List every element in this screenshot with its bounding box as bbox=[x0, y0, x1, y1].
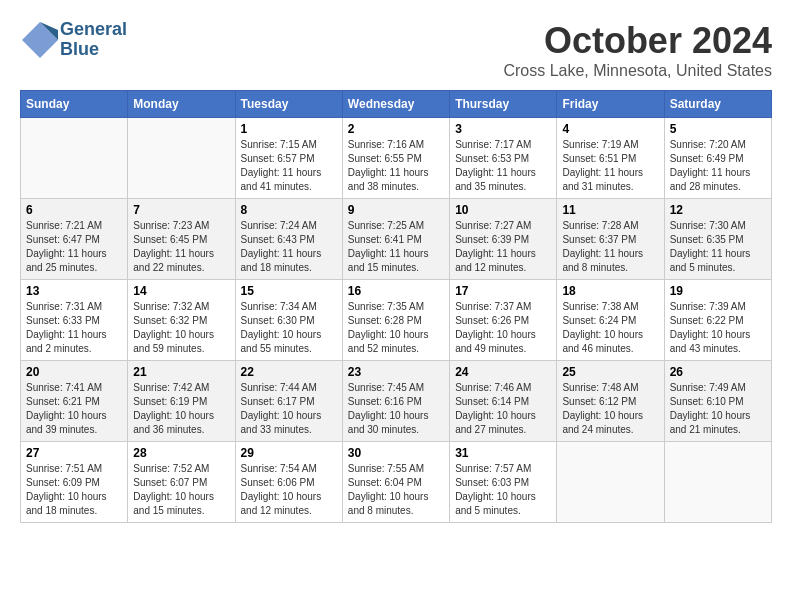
day-number: 10 bbox=[455, 203, 551, 217]
calendar-cell: 29Sunrise: 7:54 AMSunset: 6:06 PMDayligh… bbox=[235, 442, 342, 523]
day-detail: Sunrise: 7:16 AMSunset: 6:55 PMDaylight:… bbox=[348, 138, 444, 194]
calendar-cell bbox=[557, 442, 664, 523]
day-detail: Sunrise: 7:23 AMSunset: 6:45 PMDaylight:… bbox=[133, 219, 229, 275]
weekday-header-friday: Friday bbox=[557, 91, 664, 118]
calendar-table: SundayMondayTuesdayWednesdayThursdayFrid… bbox=[20, 90, 772, 523]
weekday-header-sunday: Sunday bbox=[21, 91, 128, 118]
calendar-cell: 1Sunrise: 7:15 AMSunset: 6:57 PMDaylight… bbox=[235, 118, 342, 199]
day-detail: Sunrise: 7:57 AMSunset: 6:03 PMDaylight:… bbox=[455, 462, 551, 518]
calendar-cell: 26Sunrise: 7:49 AMSunset: 6:10 PMDayligh… bbox=[664, 361, 771, 442]
day-detail: Sunrise: 7:41 AMSunset: 6:21 PMDaylight:… bbox=[26, 381, 122, 437]
calendar-cell: 24Sunrise: 7:46 AMSunset: 6:14 PMDayligh… bbox=[450, 361, 557, 442]
logo-icon bbox=[20, 20, 60, 60]
calendar-cell: 4Sunrise: 7:19 AMSunset: 6:51 PMDaylight… bbox=[557, 118, 664, 199]
logo-text: General Blue bbox=[60, 20, 127, 60]
day-number: 15 bbox=[241, 284, 337, 298]
calendar-cell: 9Sunrise: 7:25 AMSunset: 6:41 PMDaylight… bbox=[342, 199, 449, 280]
day-detail: Sunrise: 7:15 AMSunset: 6:57 PMDaylight:… bbox=[241, 138, 337, 194]
logo-area: General Blue bbox=[20, 20, 127, 60]
day-detail: Sunrise: 7:54 AMSunset: 6:06 PMDaylight:… bbox=[241, 462, 337, 518]
day-number: 13 bbox=[26, 284, 122, 298]
calendar-cell: 22Sunrise: 7:44 AMSunset: 6:17 PMDayligh… bbox=[235, 361, 342, 442]
day-number: 6 bbox=[26, 203, 122, 217]
day-number: 20 bbox=[26, 365, 122, 379]
day-detail: Sunrise: 7:45 AMSunset: 6:16 PMDaylight:… bbox=[348, 381, 444, 437]
calendar-cell: 15Sunrise: 7:34 AMSunset: 6:30 PMDayligh… bbox=[235, 280, 342, 361]
day-detail: Sunrise: 7:51 AMSunset: 6:09 PMDaylight:… bbox=[26, 462, 122, 518]
day-number: 25 bbox=[562, 365, 658, 379]
calendar-cell: 17Sunrise: 7:37 AMSunset: 6:26 PMDayligh… bbox=[450, 280, 557, 361]
day-detail: Sunrise: 7:20 AMSunset: 6:49 PMDaylight:… bbox=[670, 138, 766, 194]
day-number: 31 bbox=[455, 446, 551, 460]
calendar-cell bbox=[664, 442, 771, 523]
week-row-4: 20Sunrise: 7:41 AMSunset: 6:21 PMDayligh… bbox=[21, 361, 772, 442]
calendar-cell bbox=[21, 118, 128, 199]
day-detail: Sunrise: 7:44 AMSunset: 6:17 PMDaylight:… bbox=[241, 381, 337, 437]
day-number: 5 bbox=[670, 122, 766, 136]
day-number: 3 bbox=[455, 122, 551, 136]
day-detail: Sunrise: 7:21 AMSunset: 6:47 PMDaylight:… bbox=[26, 219, 122, 275]
day-detail: Sunrise: 7:42 AMSunset: 6:19 PMDaylight:… bbox=[133, 381, 229, 437]
svg-marker-0 bbox=[22, 22, 58, 58]
day-detail: Sunrise: 7:35 AMSunset: 6:28 PMDaylight:… bbox=[348, 300, 444, 356]
calendar-cell: 25Sunrise: 7:48 AMSunset: 6:12 PMDayligh… bbox=[557, 361, 664, 442]
day-detail: Sunrise: 7:37 AMSunset: 6:26 PMDaylight:… bbox=[455, 300, 551, 356]
day-number: 21 bbox=[133, 365, 229, 379]
calendar-cell: 23Sunrise: 7:45 AMSunset: 6:16 PMDayligh… bbox=[342, 361, 449, 442]
day-number: 8 bbox=[241, 203, 337, 217]
day-number: 11 bbox=[562, 203, 658, 217]
day-detail: Sunrise: 7:55 AMSunset: 6:04 PMDaylight:… bbox=[348, 462, 444, 518]
calendar-cell: 30Sunrise: 7:55 AMSunset: 6:04 PMDayligh… bbox=[342, 442, 449, 523]
header: General Blue October 2024 Cross Lake, Mi… bbox=[20, 20, 772, 80]
calendar-cell: 3Sunrise: 7:17 AMSunset: 6:53 PMDaylight… bbox=[450, 118, 557, 199]
day-detail: Sunrise: 7:25 AMSunset: 6:41 PMDaylight:… bbox=[348, 219, 444, 275]
day-number: 17 bbox=[455, 284, 551, 298]
weekday-header-row: SundayMondayTuesdayWednesdayThursdayFrid… bbox=[21, 91, 772, 118]
calendar-cell: 8Sunrise: 7:24 AMSunset: 6:43 PMDaylight… bbox=[235, 199, 342, 280]
day-number: 23 bbox=[348, 365, 444, 379]
day-number: 26 bbox=[670, 365, 766, 379]
title-area: October 2024 Cross Lake, Minnesota, Unit… bbox=[503, 20, 772, 80]
day-number: 1 bbox=[241, 122, 337, 136]
day-number: 28 bbox=[133, 446, 229, 460]
day-detail: Sunrise: 7:17 AMSunset: 6:53 PMDaylight:… bbox=[455, 138, 551, 194]
day-number: 12 bbox=[670, 203, 766, 217]
day-number: 24 bbox=[455, 365, 551, 379]
calendar-cell: 20Sunrise: 7:41 AMSunset: 6:21 PMDayligh… bbox=[21, 361, 128, 442]
location-title: Cross Lake, Minnesota, United States bbox=[503, 62, 772, 80]
calendar-cell: 28Sunrise: 7:52 AMSunset: 6:07 PMDayligh… bbox=[128, 442, 235, 523]
day-detail: Sunrise: 7:24 AMSunset: 6:43 PMDaylight:… bbox=[241, 219, 337, 275]
weekday-header-wednesday: Wednesday bbox=[342, 91, 449, 118]
day-number: 27 bbox=[26, 446, 122, 460]
calendar-cell: 6Sunrise: 7:21 AMSunset: 6:47 PMDaylight… bbox=[21, 199, 128, 280]
calendar-cell: 16Sunrise: 7:35 AMSunset: 6:28 PMDayligh… bbox=[342, 280, 449, 361]
calendar-cell: 18Sunrise: 7:38 AMSunset: 6:24 PMDayligh… bbox=[557, 280, 664, 361]
day-detail: Sunrise: 7:39 AMSunset: 6:22 PMDaylight:… bbox=[670, 300, 766, 356]
day-number: 19 bbox=[670, 284, 766, 298]
calendar-cell: 31Sunrise: 7:57 AMSunset: 6:03 PMDayligh… bbox=[450, 442, 557, 523]
day-detail: Sunrise: 7:28 AMSunset: 6:37 PMDaylight:… bbox=[562, 219, 658, 275]
day-number: 2 bbox=[348, 122, 444, 136]
month-title: October 2024 bbox=[503, 20, 772, 62]
day-detail: Sunrise: 7:52 AMSunset: 6:07 PMDaylight:… bbox=[133, 462, 229, 518]
day-number: 14 bbox=[133, 284, 229, 298]
week-row-5: 27Sunrise: 7:51 AMSunset: 6:09 PMDayligh… bbox=[21, 442, 772, 523]
weekday-header-saturday: Saturday bbox=[664, 91, 771, 118]
week-row-2: 6Sunrise: 7:21 AMSunset: 6:47 PMDaylight… bbox=[21, 199, 772, 280]
day-detail: Sunrise: 7:34 AMSunset: 6:30 PMDaylight:… bbox=[241, 300, 337, 356]
day-detail: Sunrise: 7:27 AMSunset: 6:39 PMDaylight:… bbox=[455, 219, 551, 275]
day-detail: Sunrise: 7:32 AMSunset: 6:32 PMDaylight:… bbox=[133, 300, 229, 356]
day-number: 7 bbox=[133, 203, 229, 217]
day-number: 4 bbox=[562, 122, 658, 136]
day-detail: Sunrise: 7:19 AMSunset: 6:51 PMDaylight:… bbox=[562, 138, 658, 194]
day-detail: Sunrise: 7:38 AMSunset: 6:24 PMDaylight:… bbox=[562, 300, 658, 356]
calendar-cell: 7Sunrise: 7:23 AMSunset: 6:45 PMDaylight… bbox=[128, 199, 235, 280]
day-number: 22 bbox=[241, 365, 337, 379]
day-detail: Sunrise: 7:46 AMSunset: 6:14 PMDaylight:… bbox=[455, 381, 551, 437]
day-number: 29 bbox=[241, 446, 337, 460]
calendar-cell: 12Sunrise: 7:30 AMSunset: 6:35 PMDayligh… bbox=[664, 199, 771, 280]
week-row-3: 13Sunrise: 7:31 AMSunset: 6:33 PMDayligh… bbox=[21, 280, 772, 361]
calendar-cell: 5Sunrise: 7:20 AMSunset: 6:49 PMDaylight… bbox=[664, 118, 771, 199]
week-row-1: 1Sunrise: 7:15 AMSunset: 6:57 PMDaylight… bbox=[21, 118, 772, 199]
calendar-cell: 19Sunrise: 7:39 AMSunset: 6:22 PMDayligh… bbox=[664, 280, 771, 361]
